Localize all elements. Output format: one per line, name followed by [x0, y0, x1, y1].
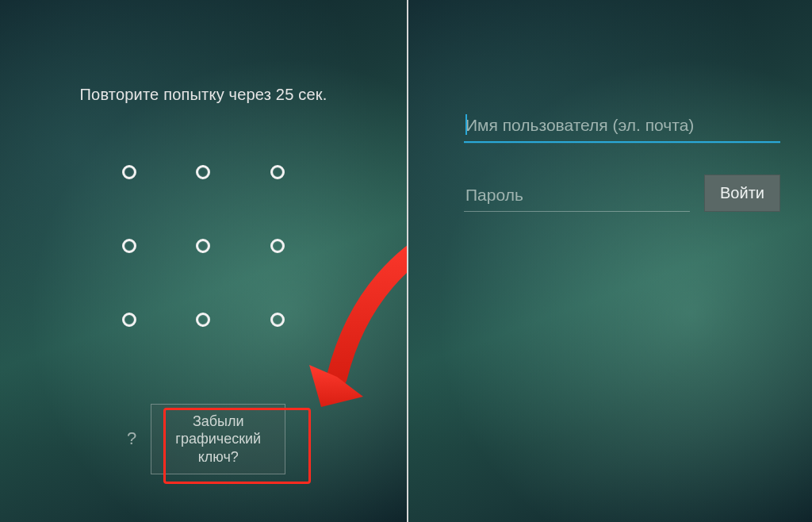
- username-row: [464, 111, 780, 143]
- pattern-dot[interactable]: [270, 313, 285, 327]
- forgot-row: ? Забыли графический ключ?: [127, 404, 285, 475]
- password-field[interactable]: [464, 181, 690, 212]
- help-icon: ?: [127, 428, 136, 449]
- login-form: Войти: [464, 111, 780, 244]
- pattern-dot[interactable]: [270, 239, 285, 253]
- two-panel-container: Повторите попытку через 25 сек. ? Забыли…: [0, 0, 812, 522]
- svg-marker-0: [309, 365, 363, 407]
- lockscreen-pattern-panel: Повторите попытку через 25 сек. ? Забыли…: [0, 0, 407, 522]
- text-cursor-icon: [465, 114, 467, 135]
- username-field[interactable]: [464, 111, 780, 143]
- password-row: Войти: [464, 175, 780, 212]
- google-login-panel: Войти: [407, 0, 812, 522]
- pattern-dot[interactable]: [196, 313, 210, 327]
- pattern-grid[interactable]: [93, 135, 315, 357]
- login-button[interactable]: Войти: [704, 175, 780, 212]
- forgot-pattern-button[interactable]: Забыли графический ключ?: [151, 404, 285, 475]
- pattern-dot[interactable]: [122, 165, 136, 179]
- pattern-dot[interactable]: [196, 165, 210, 179]
- pattern-dot[interactable]: [122, 313, 136, 327]
- pattern-dot[interactable]: [122, 239, 136, 253]
- pattern-dot[interactable]: [270, 165, 285, 179]
- retry-message: Повторите попытку через 25 сек.: [0, 86, 407, 104]
- pattern-dot[interactable]: [196, 239, 210, 253]
